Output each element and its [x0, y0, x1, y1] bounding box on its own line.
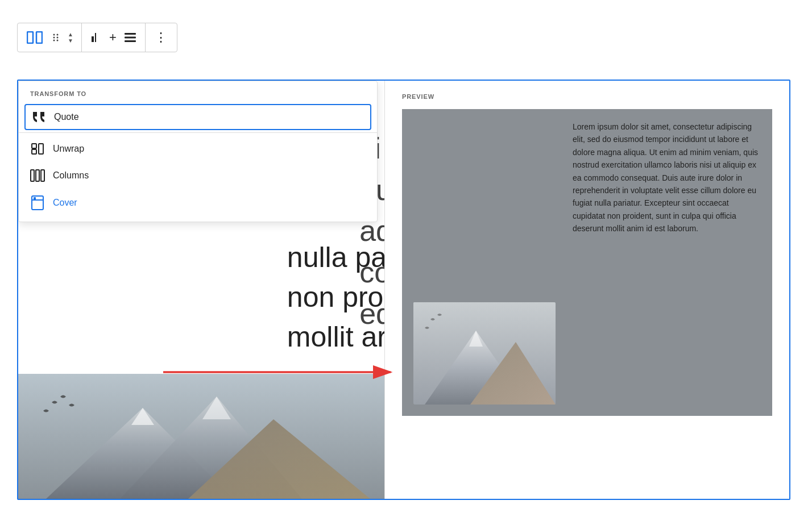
cover-label: Cover [53, 198, 77, 208]
svg-point-3 [57, 34, 59, 36]
divider-1 [19, 132, 377, 133]
transform-item-unwrap[interactable]: Unwrap [19, 135, 377, 162]
columns-icon [30, 169, 45, 182]
svg-rect-13 [32, 144, 36, 148]
move-up-icon[interactable]: ▲ [68, 32, 73, 37]
bottom-text-3: mollit ar [287, 317, 387, 357]
preview-image-col [402, 109, 567, 416]
preview-text-col: Lorem ipsum dolor sit amet, consectetur … [567, 109, 772, 416]
svg-rect-12 [125, 40, 136, 42]
preview-mountain-image [413, 302, 556, 405]
svg-rect-18 [41, 170, 44, 181]
preview-content: Lorem ipsum dolor sit amet, consectetur … [402, 109, 772, 416]
drag-button[interactable] [49, 31, 62, 44]
mountain-image-inner [18, 374, 387, 499]
toolbar-group-align: + [82, 23, 146, 52]
svg-point-7 [57, 40, 59, 41]
unwrap-label: Unwrap [53, 144, 84, 154]
bottom-text-1: nulla pa [287, 237, 387, 277]
transform-button[interactable] [26, 30, 44, 45]
align-button[interactable] [123, 32, 137, 43]
transform-item-quote[interactable]: Quote [24, 104, 371, 130]
svg-rect-11 [125, 37, 136, 39]
svg-rect-15 [39, 144, 43, 154]
preview-lorem-text: Lorem ipsum dolor sit amet, consectetur … [573, 120, 761, 235]
transform-item-cover[interactable]: Cover [19, 189, 377, 217]
svg-rect-17 [36, 170, 39, 181]
quote-icon [31, 111, 46, 123]
unwrap-icon [30, 142, 45, 156]
columns-label: Columns [53, 170, 89, 181]
svg-rect-20 [34, 197, 36, 199]
quote-label: Quote [54, 112, 79, 122]
preview-side: PREVIEW [384, 81, 789, 499]
red-arrow [163, 364, 402, 381]
toolbar-group-more: ⋮ [146, 23, 177, 52]
transform-title: TRANSFORM TO [19, 90, 377, 104]
add-button[interactable]: + [108, 29, 118, 46]
toolbar-group-transform: ▲ ▼ [18, 23, 82, 52]
transform-dropdown: TRANSFORM TO Quote [18, 81, 378, 222]
transform-item-columns[interactable]: Columns [19, 162, 377, 189]
main-area: i ci du ad co eq TRANSFORM TO Quote [17, 80, 790, 500]
svg-point-5 [57, 37, 59, 39]
move-down-icon[interactable]: ▼ [68, 38, 73, 44]
svg-rect-1 [36, 32, 42, 43]
preview-label: PREVIEW [385, 81, 789, 109]
mountain-image [18, 374, 387, 499]
align-left-button[interactable] [90, 31, 102, 44]
svg-rect-16 [31, 170, 34, 181]
svg-point-2 [53, 34, 55, 36]
svg-rect-0 [27, 32, 33, 43]
svg-point-6 [53, 40, 55, 41]
toolbar: ▲ ▼ + ⋮ [17, 23, 177, 52]
bottom-text-2: non pro [287, 277, 387, 317]
cover-icon [30, 195, 45, 210]
svg-rect-10 [125, 33, 136, 35]
svg-point-4 [53, 37, 55, 39]
more-button[interactable]: ⋮ [154, 29, 169, 46]
svg-rect-14 [32, 149, 36, 154]
editor-side: i ci du ad co eq TRANSFORM TO Quote [18, 81, 387, 499]
svg-rect-9 [95, 33, 96, 42]
svg-rect-8 [92, 36, 94, 42]
move-arrows[interactable]: ▲ ▼ [68, 32, 73, 44]
editor-bottom-text: nulla pa non pro mollit ar [287, 237, 387, 357]
